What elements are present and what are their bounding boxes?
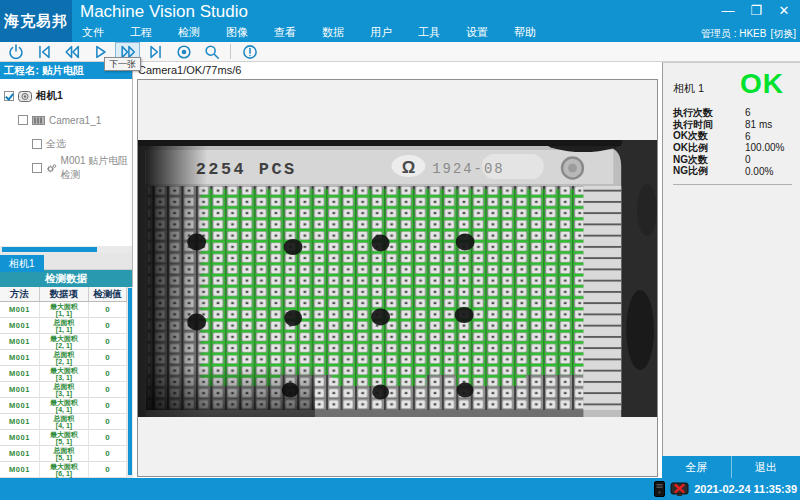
close-icon[interactable]: ✕ [776,2,792,18]
menu-item[interactable]: 图像 [224,25,250,40]
table-row[interactable]: M001 最大面积 [3, 1] 0 [0,366,127,382]
camera-viewport[interactable]: 2254 PCS Ω 1924-08 [137,79,658,477]
cell-method: M001 [0,462,40,477]
menu-item[interactable]: 设置 [464,25,490,40]
cell-item-index: [3, 1] [56,374,72,381]
menu-item[interactable]: 用户 [368,25,394,40]
table-row[interactable]: M001 最大面积 [6, 1] 0 [0,462,127,478]
cell-value: 0 [89,302,127,317]
cell-item: 最大面积 [6, 1] [40,462,89,477]
checkbox-m001[interactable] [32,163,42,173]
cell-value: 0 [89,430,127,445]
table-row[interactable]: M001 最大面积 [5, 1] 0 [0,430,127,446]
cell-method: M001 [0,446,40,461]
nav-last-button[interactable] [143,42,168,61]
menu-item[interactable]: 工程 [128,25,154,40]
table-row[interactable]: M001 总面积 [2, 1] 0 [0,350,127,366]
tower-pc-icon [654,481,665,497]
switch-user-link[interactable]: [切换] [770,27,796,41]
zoom-button[interactable] [199,42,224,61]
cell-item-index: [3, 1] [56,390,72,397]
tree-item-select-all[interactable]: 全选 [0,132,132,156]
table-row[interactable]: M001 总面积 [5, 1] 0 [0,446,127,462]
tree-item-m001[interactable]: M001 贴片电阻检测 [0,156,132,180]
cell-item: 最大面积 [5, 1] [40,430,89,445]
column-header-method: 方法 [0,287,40,301]
cell-value: 0 [89,446,127,461]
menu-item[interactable]: 检测 [176,25,202,40]
tray-date-code: 1924-08 [432,161,504,177]
user-label: 管理员 : HKEB [701,27,767,41]
alert-icon [241,43,259,61]
minimize-icon[interactable]: — [720,2,736,18]
table-row[interactable]: M001 总面积 [1, 1] 0 [0,318,127,334]
cell-item: 最大面积 [4, 1] [40,398,89,413]
table-row[interactable]: M001 最大面积 [4, 1] 0 [0,398,127,414]
stat-value: 100.00% [745,142,784,153]
exit-button[interactable]: 退出 [731,456,800,478]
status-badge: OK [740,69,784,99]
tree-item-camera1[interactable]: 相机1 [0,84,132,108]
restore-icon[interactable]: ❐ [748,2,764,18]
cell-method: M001 [0,334,40,349]
horizontal-scrollbar[interactable] [0,246,132,253]
cell-method: M001 [0,302,40,317]
cell-item-name: 总面积 [54,415,75,422]
checkbox-camera1[interactable] [4,91,14,101]
cell-item-index: [5, 1] [56,438,72,445]
menu-item[interactable]: 文件 [80,25,106,40]
table-row[interactable]: M001 总面积 [3, 1] 0 [0,382,127,398]
table-row[interactable]: M001 最大面积 [1, 1] 0 [0,302,127,318]
result-panel-top: 相机 1 OK [673,69,792,99]
column-header-value: 检测值 [89,287,127,301]
title-bar: 海克易邦 Machine Vision Studio — ❐ ✕ 文件工程检测图… [0,0,800,42]
camera-icon [18,91,32,102]
tab-camera1[interactable]: 相机1 [0,255,44,272]
cell-item-index: [4, 1] [56,406,72,413]
record-button[interactable] [171,42,196,61]
cell-method: M001 [0,382,40,397]
cell-value: 0 [89,414,127,429]
menu-item[interactable]: 帮助 [512,25,538,40]
project-panel: 工程名: 贴片电阻 相机1 Camera1_1 全选 [0,62,133,478]
nav-prev-icon [63,43,81,61]
cell-method: M001 [0,398,40,413]
nav-first-button[interactable] [31,42,56,61]
cell-item-name: 总面积 [54,447,75,454]
cell-value: 0 [89,366,127,381]
menu-item[interactable]: 数据 [320,25,346,40]
table-row[interactable]: M001 总面积 [4, 1] 0 [0,414,127,430]
statistics-list: 执行次数 6 执行时间 81 ms OK次数 6 OK比例 100.00% NG… [673,107,792,177]
cell-item-name: 最大面积 [50,399,78,406]
nav-first-icon [35,43,53,61]
cell-item-index: [1, 1] [56,310,72,317]
scrollbar-thumb[interactable] [128,288,132,475]
panel-divider [673,184,792,185]
cell-method: M001 [0,366,40,381]
status-bar: 2021-02-24 11:35:39 [0,478,800,500]
cell-item: 总面积 [1, 1] [40,318,89,333]
tree-item-camera1-1[interactable]: Camera1_1 [0,108,132,132]
tray-logo: Ω [402,158,416,177]
fullscreen-button[interactable]: 全屏 [662,456,731,478]
cell-item-name: 最大面积 [50,463,78,470]
nav-prev-button[interactable] [59,42,84,61]
scrollbar-thumb[interactable] [2,247,97,252]
detection-data-table: 方法 数据项 检测值 M001 最大面积 [1, 1] 0 M001 [0,287,133,478]
cell-value: 0 [89,382,127,397]
cell-item-index: [5, 1] [56,454,72,461]
alert-button[interactable] [237,42,262,61]
record-icon [175,43,193,61]
power-icon [7,43,25,61]
cell-method: M001 [0,430,40,445]
table-row[interactable]: M001 最大面积 [2, 1] 0 [0,334,127,350]
vertical-scrollbar[interactable] [127,287,133,478]
cell-item-name: 最大面积 [50,367,78,374]
checkbox-select-all[interactable] [32,139,42,149]
menu-item[interactable]: 查看 [272,25,298,40]
power-button[interactable] [3,42,28,61]
checkbox-camera1-1[interactable] [18,115,28,125]
app-title: Machine Vision Studio [80,2,248,22]
table-body: M001 最大面积 [1, 1] 0 M001 总面积 [1, 1] 0 [0,302,133,478]
menu-item[interactable]: 工具 [416,25,442,40]
